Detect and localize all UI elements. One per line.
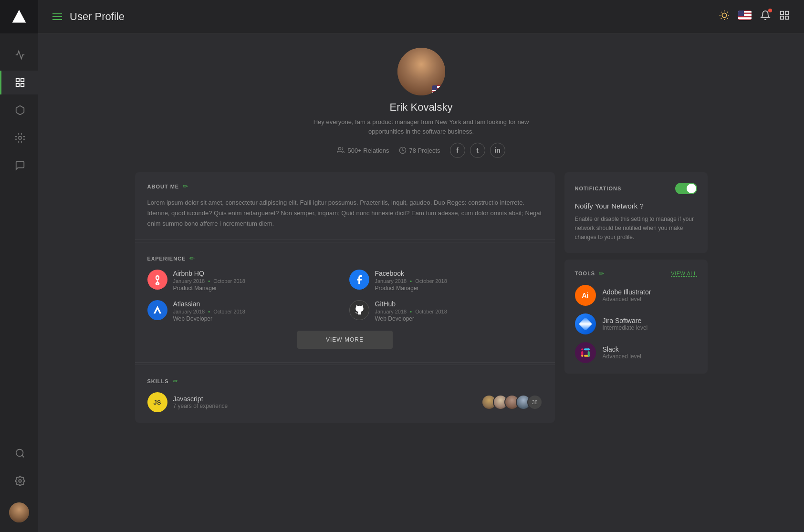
tools-header: TOOLS ✏ VIEW ALL xyxy=(575,270,697,277)
sidebar-item-box[interactable] xyxy=(0,98,38,122)
tools-view-all-link[interactable]: VIEW ALL xyxy=(671,271,697,277)
slack-info: Slack Advanced level xyxy=(603,345,641,360)
facebook-dates: January 2018 • October 2018 xyxy=(375,278,447,284)
sidebar-item-grid[interactable] xyxy=(0,71,38,94)
skill-endorsers: 38 xyxy=(481,395,543,410)
svg-point-8 xyxy=(19,480,21,482)
view-more-button[interactable]: VIEW MORE xyxy=(297,331,393,349)
svg-rect-31 xyxy=(581,355,583,356)
tools-edit-icon[interactable]: ✏ xyxy=(599,270,604,277)
svg-rect-19 xyxy=(785,11,788,14)
notifications-toggle[interactable] xyxy=(675,183,697,194)
language-flag-icon[interactable] xyxy=(738,10,752,22)
profile-name: Erik Kovalsky xyxy=(389,101,452,114)
main-content: User Profile xyxy=(38,0,804,532)
slack-logo xyxy=(575,342,596,363)
github-logo xyxy=(349,300,369,320)
atlassian-dates: January 2018 • October 2018 xyxy=(173,309,245,314)
sidebar-item-message[interactable] xyxy=(0,154,38,177)
tools-title: TOOLS xyxy=(575,271,595,276)
airbnb-name: Airbnb HQ xyxy=(173,270,245,277)
facebook-info: Facebook January 2018 • October 2018 Pro… xyxy=(375,270,447,292)
linkedin-link[interactable]: in xyxy=(490,143,505,158)
profile-flag-icon xyxy=(432,85,444,94)
projects-stat: 78 Projects xyxy=(399,146,440,154)
github-dates: January 2018 • October 2018 xyxy=(375,309,447,314)
notifications-card: NOTIFICATIONS Notify Your Network ? Enab… xyxy=(564,172,708,253)
about-edit-icon[interactable]: ✏ xyxy=(183,183,188,190)
tool-slack: Slack Advanced level xyxy=(575,342,697,363)
facebook-logo xyxy=(349,270,369,290)
app-logo[interactable] xyxy=(0,0,38,33)
notifications-bell-icon[interactable] xyxy=(760,10,771,23)
notify-network-title: Notify Your Network ? xyxy=(575,202,697,210)
skill-name: Javascript xyxy=(173,395,228,403)
twitter-link[interactable]: t xyxy=(470,143,485,158)
experience-section: EXPERIENCE ✏ Airbnb HQ xyxy=(135,244,555,363)
divider-2 xyxy=(135,365,555,365)
relations-count: 500+ Relations xyxy=(347,147,389,154)
facebook-role: Product Manager xyxy=(375,285,447,292)
airbnb-info: Airbnb HQ January 2018 • October 2018 Pr… xyxy=(173,270,245,292)
notifications-header: NOTIFICATIONS xyxy=(575,183,697,194)
github-name: GitHub xyxy=(375,300,447,308)
jira-logo xyxy=(575,313,596,334)
skill-info: Javascript 7 years of experience xyxy=(173,395,228,409)
tool-jira: Jira Software Intermediate level xyxy=(575,313,697,334)
experience-header: EXPERIENCE ✏ xyxy=(147,255,543,262)
svg-rect-18 xyxy=(781,11,783,14)
svg-rect-28 xyxy=(581,348,583,350)
jira-info: Jira Software Intermediate level xyxy=(603,317,648,331)
tools-card: TOOLS ✏ VIEW ALL Ai Adobe Illustrator Ad… xyxy=(564,260,708,374)
airbnb-role: Product Manager xyxy=(173,285,245,292)
sidebar-item-settings[interactable] xyxy=(0,469,38,493)
exp-airbnb: Airbnb HQ January 2018 • October 2018 Pr… xyxy=(147,270,341,292)
facebook-name: Facebook xyxy=(375,270,447,277)
sidebar-nav xyxy=(0,33,38,502)
notifications-title: NOTIFICATIONS xyxy=(575,186,622,191)
cards-row: ABOUT ME ✏ Lorem ipsum dolor sit amet, c… xyxy=(135,172,708,423)
svg-line-12 xyxy=(721,12,721,12)
right-cards: NOTIFICATIONS Notify Your Network ? Enab… xyxy=(564,172,708,423)
notification-dot xyxy=(768,9,772,12)
experience-title: EXPERIENCE xyxy=(147,256,186,261)
experience-grid: Airbnb HQ January 2018 • October 2018 Pr… xyxy=(147,270,543,322)
atlassian-logo xyxy=(147,300,167,320)
ai-level: Advanced level xyxy=(603,296,651,303)
github-info: GitHub January 2018 • October 2018 Web D… xyxy=(375,300,447,322)
about-section: ABOUT ME ✏ Lorem ipsum dolor sit amet, c… xyxy=(135,172,555,240)
apps-grid-icon[interactable] xyxy=(779,10,790,23)
endorser-count: 38 xyxy=(527,395,543,410)
svg-rect-21 xyxy=(785,16,788,19)
divider-1 xyxy=(135,242,555,242)
user-avatar-sidebar[interactable] xyxy=(9,502,29,522)
profile-avatar xyxy=(397,48,445,95)
ai-info: Adobe Illustrator Advanced level xyxy=(603,288,651,303)
skill-row-js: JS Javascript 7 years of experience 38 xyxy=(147,392,543,412)
sidebar-item-chip[interactable] xyxy=(0,126,38,150)
toggle-knob xyxy=(687,184,696,193)
slack-level: Advanced level xyxy=(603,353,641,360)
content-area: Erik Kovalsky Hey everyone, Iam a produc… xyxy=(38,33,804,532)
facebook-link[interactable]: f xyxy=(450,143,465,158)
jira-level: Intermediate level xyxy=(603,324,648,331)
svg-point-6 xyxy=(16,449,23,457)
projects-count: 78 Projects xyxy=(409,147,440,154)
svg-line-13 xyxy=(727,18,728,19)
ai-logo: Ai xyxy=(575,285,596,306)
hamburger-menu-icon[interactable] xyxy=(52,13,62,20)
skills-edit-icon[interactable]: ✏ xyxy=(173,377,178,385)
experience-edit-icon[interactable]: ✏ xyxy=(189,255,195,262)
atlassian-name: Atlassian xyxy=(173,300,245,308)
airbnb-logo xyxy=(147,270,167,290)
page-title: User Profile xyxy=(70,10,719,23)
svg-line-16 xyxy=(721,18,721,19)
exp-github: GitHub January 2018 • October 2018 Web D… xyxy=(349,300,543,322)
left-card: ABOUT ME ✏ Lorem ipsum dolor sit amet, c… xyxy=(135,172,555,423)
relations-stat: 500+ Relations xyxy=(337,146,389,154)
sidebar-item-activity[interactable] xyxy=(0,43,38,67)
header-icons xyxy=(719,10,790,23)
sidebar xyxy=(0,0,38,532)
theme-toggle-icon[interactable] xyxy=(719,10,730,23)
sidebar-item-search[interactable] xyxy=(0,441,38,465)
